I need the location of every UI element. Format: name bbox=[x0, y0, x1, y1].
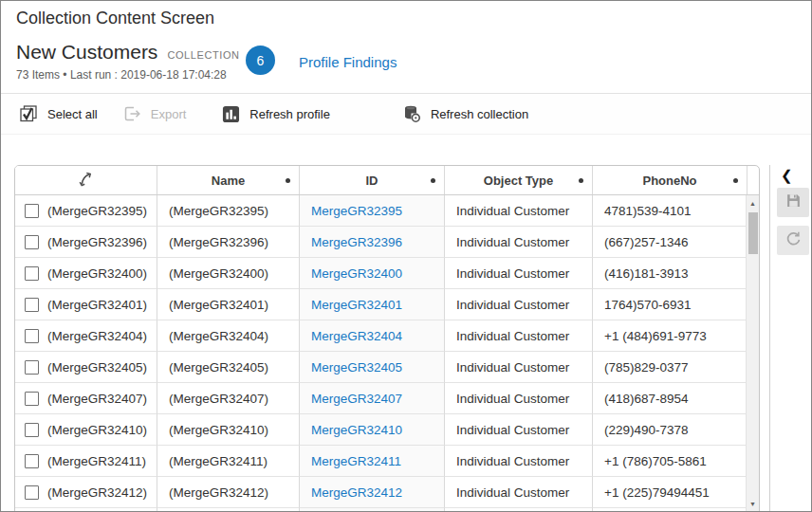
scroll-down-icon[interactable]: ▼ bbox=[747, 498, 759, 510]
export-button[interactable]: Export bbox=[122, 104, 187, 123]
object-type-value: Individual Customer bbox=[456, 235, 569, 249]
refresh-profile-button[interactable]: Refresh profile bbox=[222, 105, 330, 123]
table-row: (MergeGR32396)(MergeGR32396)MergeGR32396… bbox=[15, 227, 759, 258]
select-all-button[interactable]: Select all bbox=[19, 104, 98, 123]
row-select-cell: (MergeGR32412) bbox=[15, 477, 157, 508]
row-checkbox[interactable] bbox=[25, 423, 39, 437]
column-header-id[interactable]: ID bbox=[300, 166, 445, 194]
object-type-value: Individual Customer bbox=[456, 360, 569, 375]
row-checkbox[interactable] bbox=[25, 204, 39, 218]
phone-value: (667)257-1346 bbox=[604, 235, 689, 249]
row-checkbox[interactable] bbox=[25, 360, 39, 375]
save-icon bbox=[785, 192, 802, 212]
empty-cell bbox=[593, 508, 747, 512]
save-button[interactable] bbox=[777, 188, 809, 217]
id-link[interactable]: MergeGR32410 bbox=[311, 423, 402, 437]
collection-name: New Customers bbox=[16, 41, 157, 64]
row-checkbox[interactable] bbox=[25, 392, 39, 406]
name-cell: (MergeGR32405) bbox=[157, 352, 300, 383]
name-value: (MergeGR32396) bbox=[169, 235, 268, 249]
row-select-label: (MergeGR32395) bbox=[47, 204, 147, 218]
column-filter-dot[interactable] bbox=[431, 178, 435, 183]
object-type-value: Individual Customer bbox=[456, 329, 569, 343]
phone-value: (229)490-7378 bbox=[604, 423, 689, 437]
id-link[interactable]: MergeGR32404 bbox=[311, 329, 402, 343]
object-type-value: Individual Customer bbox=[456, 298, 569, 312]
collection-meta: 73 Items • Last run : 2019-06-18 17:04:2… bbox=[16, 68, 227, 82]
phone-cell: 4781)539-4101 bbox=[593, 195, 747, 227]
row-select-label: (MergeGR32407) bbox=[47, 392, 147, 406]
column-filter-dot[interactable] bbox=[733, 178, 738, 183]
name-cell: (MergeGR32400) bbox=[157, 258, 300, 289]
id-link[interactable]: MergeGR32411 bbox=[311, 454, 401, 468]
object-type-value: Individual Customer bbox=[456, 266, 569, 281]
phone-cell: +1 (225)79494451 bbox=[593, 477, 747, 508]
id-link[interactable]: MergeGR32412 bbox=[311, 485, 402, 500]
name-cell: (MergeGR32407) bbox=[157, 383, 300, 414]
id-link[interactable]: MergeGR32407 bbox=[311, 392, 402, 406]
column-header-merge[interactable] bbox=[15, 166, 157, 194]
phone-value: (785)829-0377 bbox=[604, 360, 689, 375]
row-checkbox[interactable] bbox=[25, 485, 39, 500]
id-link[interactable]: MergeGR32395 bbox=[311, 204, 402, 218]
profile-findings-link[interactable]: Profile Findings bbox=[299, 54, 397, 70]
name-cell: (MergeGR32401) bbox=[157, 289, 300, 320]
name-value: (MergeGR32407) bbox=[169, 392, 268, 406]
scroll-up-icon[interactable]: ▲ bbox=[747, 197, 759, 210]
refresh-collection-button[interactable]: Refresh collection bbox=[402, 104, 528, 123]
row-select-cell: (MergeGR32407) bbox=[15, 383, 157, 414]
column-header-phoneno[interactable]: PhoneNo bbox=[593, 166, 747, 194]
table-row: (MergeGR32404)(MergeGR32404)MergeGR32404… bbox=[15, 320, 759, 352]
object-type-value: Individual Customer bbox=[456, 392, 569, 406]
row-checkbox[interactable] bbox=[25, 298, 39, 312]
phone-cell: (667)257-1346 bbox=[593, 227, 747, 258]
chevron-left-icon[interactable]: ❮ bbox=[781, 168, 793, 182]
phone-cell: 1764)570-6931 bbox=[593, 289, 747, 320]
collection-title-row: New Customers COLLECTION bbox=[16, 41, 240, 64]
object-type-cell: Individual Customer bbox=[445, 258, 593, 289]
curved-arrow-icon bbox=[78, 171, 95, 191]
row-select-label: (MergeGR32401) bbox=[47, 298, 147, 312]
column-header-name[interactable]: Name bbox=[157, 166, 300, 194]
page-title: Collection Content Screen bbox=[16, 9, 214, 28]
id-cell: MergeGR32395 bbox=[300, 195, 445, 227]
refresh-button[interactable] bbox=[777, 226, 809, 255]
phone-value: +1 (484)691-9773 bbox=[604, 329, 707, 343]
collection-type-label: COLLECTION bbox=[167, 49, 239, 61]
id-link[interactable]: MergeGR32401 bbox=[311, 298, 402, 312]
bar-chart-icon bbox=[222, 105, 240, 123]
name-cell: (MergeGR32410) bbox=[157, 414, 300, 446]
column-label: Object Type bbox=[484, 174, 553, 188]
refresh-collection-label: Refresh collection bbox=[431, 107, 528, 121]
column-header-object-type[interactable]: Object Type bbox=[445, 166, 593, 194]
name-cell: (MergeGR32404) bbox=[157, 320, 300, 352]
profile-findings-badge[interactable]: 6 bbox=[246, 46, 275, 75]
empty-cell bbox=[300, 508, 445, 512]
select-all-icon bbox=[19, 104, 38, 123]
name-value: (MergeGR32395) bbox=[169, 204, 268, 218]
id-link[interactable]: MergeGR32405 bbox=[311, 360, 402, 375]
name-value: (MergeGR32401) bbox=[169, 298, 268, 312]
column-filter-dot[interactable] bbox=[286, 178, 290, 183]
row-checkbox[interactable] bbox=[25, 329, 39, 343]
name-cell: (MergeGR32412) bbox=[157, 477, 300, 508]
column-filter-dot[interactable] bbox=[579, 178, 583, 183]
object-type-value: Individual Customer bbox=[456, 454, 569, 468]
export-icon bbox=[122, 104, 141, 123]
id-link[interactable]: MergeGR32400 bbox=[311, 266, 402, 281]
phone-cell: (416)181-3913 bbox=[593, 258, 747, 289]
id-cell: MergeGR32396 bbox=[300, 227, 445, 258]
row-checkbox[interactable] bbox=[25, 454, 39, 468]
vertical-scrollbar[interactable]: ▲ ▼ bbox=[746, 195, 759, 512]
row-select-label: (MergeGR32396) bbox=[47, 235, 147, 249]
row-checkbox[interactable] bbox=[25, 235, 39, 249]
id-link[interactable]: MergeGR32396 bbox=[311, 235, 402, 249]
id-cell: MergeGR32405 bbox=[300, 352, 445, 383]
scrollbar-thumb[interactable] bbox=[748, 212, 758, 254]
row-checkbox[interactable] bbox=[25, 266, 39, 281]
phone-value: (416)181-3913 bbox=[604, 266, 689, 281]
id-cell: MergeGR32410 bbox=[300, 414, 445, 446]
table-row: (MergeGR32395)(MergeGR32395)MergeGR32395… bbox=[15, 195, 759, 227]
table-row-partial bbox=[15, 508, 759, 512]
row-select-label: (MergeGR32410) bbox=[47, 423, 147, 437]
